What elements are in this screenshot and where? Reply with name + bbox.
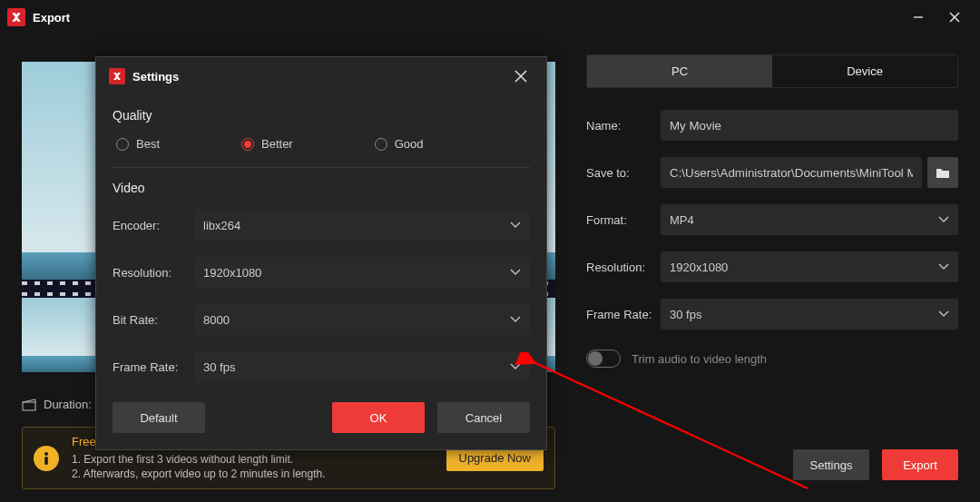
modal-resolution-value: 1920x1080 (203, 266, 261, 280)
quality-better-label: Better (261, 137, 293, 151)
window-title: Export (33, 11, 70, 25)
video-section-title: Video (113, 181, 530, 195)
dialog-close-button[interactable] (508, 64, 534, 89)
chevron-down-icon (510, 221, 521, 229)
close-window-button[interactable] (936, 0, 973, 34)
default-button[interactable]: Default (113, 402, 205, 433)
minimize-button[interactable] (900, 0, 936, 34)
modal-overlay: Settings Quality Best Better (0, 34, 980, 502)
radio-icon (116, 138, 129, 151)
quality-good-label: Good (395, 137, 424, 151)
bitrate-label: Bit Rate: (113, 313, 194, 327)
modal-resolution-label: Resolution: (113, 266, 194, 280)
encoder-label: Encoder: (113, 219, 194, 232)
chevron-down-icon (510, 316, 521, 323)
modal-framerate-value: 30 fps (203, 360, 235, 374)
bitrate-value: 8000 (203, 313, 230, 327)
radio-icon (241, 138, 254, 151)
quality-best-label: Best (136, 137, 160, 151)
bitrate-select[interactable]: 8000 (194, 304, 530, 335)
chevron-down-icon (510, 363, 521, 370)
quality-section-title: Quality (113, 108, 530, 123)
quality-better-radio[interactable]: Better (241, 137, 293, 151)
chevron-down-icon (510, 269, 521, 276)
close-icon (514, 70, 527, 83)
ok-button[interactable]: OK (332, 402, 425, 433)
modal-framerate-select[interactable]: 30 fps (194, 351, 530, 382)
radio-icon (375, 138, 387, 151)
cancel-button[interactable]: Cancel (437, 402, 530, 433)
quality-good-radio[interactable]: Good (375, 137, 424, 151)
modal-framerate-label: Frame Rate: (113, 360, 194, 374)
minimize-icon (912, 11, 925, 24)
quality-best-radio[interactable]: Best (116, 137, 160, 151)
close-icon (948, 11, 961, 24)
app-logo-icon (7, 8, 25, 26)
title-bar: Export (0, 0, 980, 34)
settings-dialog: Settings Quality Best Better (95, 56, 547, 450)
dialog-title: Settings (132, 70, 179, 84)
encoder-value: libx264 (203, 219, 240, 232)
modal-resolution-select[interactable]: 1920x1080 (194, 257, 530, 288)
app-logo-icon (109, 68, 125, 84)
encoder-select[interactable]: libx264 (194, 210, 530, 241)
